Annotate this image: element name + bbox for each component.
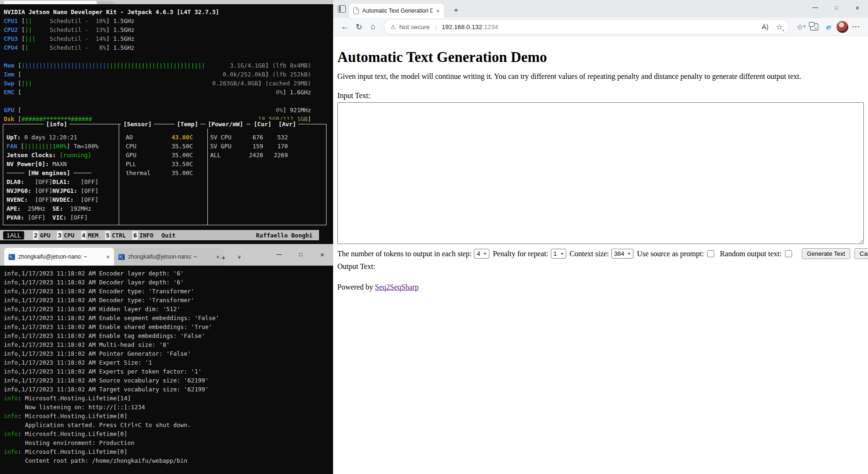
jtop-box-row: APE: 25MHz SE: 192MHz [7, 204, 99, 213]
url-port: :1234 [482, 23, 498, 31]
jtop-info-box: [info] [Sensor] [Temp] [Power/mW] ─ [Cur… [3, 124, 327, 225]
input-textarea[interactable] [337, 102, 864, 244]
log-line: info: Microsoft.Hosting.Lifetime[0] [4, 412, 333, 420]
home-icon[interactable]: ⌂ [366, 20, 380, 34]
maximize-button[interactable]: □ [290, 244, 312, 265]
jtop-line: GPU [0%] 921MHz [4, 106, 333, 115]
jtop-box-row: UpT: 0 days 12:20:21 [7, 133, 99, 142]
jtop-box-row: NV Power[0]: MAXN [7, 160, 99, 168]
log-line: info: Microsoft.Hosting.Lifetime[0] [4, 447, 333, 456]
jtop-menu-bar: 1ALL2GPU3CPU4MEM5CTRL6INFOQuit Raffaello… [0, 230, 319, 240]
tab-dropdown-button[interactable]: ∨ [237, 254, 241, 260]
add-favorite-icon[interactable]: ☆+ [776, 23, 783, 31]
terminal-tab[interactable]: >_zhongkaifu@jetson-nano: ~× [4, 248, 114, 266]
random-output-checkbox[interactable] [785, 250, 792, 257]
jtop-line: CPU3 [||| Schedutil - 14%] 1.5GHz [4, 34, 333, 43]
jtop-box-row: NVENC: [OFF]NVDEC: [OFF] [7, 195, 99, 204]
log-line: info,1/17/2023 11:18:02 AM Encoder layer… [4, 269, 333, 278]
back-icon[interactable]: ← [338, 20, 352, 34]
cancel-button[interactable]: Cancel [854, 248, 868, 259]
jtop-menu-mem[interactable]: 4MEM [81, 231, 100, 240]
jtop-box-row: PVA0: [OFF] VIC: [OFF] [7, 213, 99, 222]
security-label[interactable]: Not secure [399, 23, 430, 31]
log-line: Content root path: /home/zhongkaifu/weba… [4, 456, 333, 465]
browser-tab-strip: Automatic Text Generation Demo × + — □ × [333, 0, 868, 18]
tab-title: Automatic Text Generation Demo [362, 8, 433, 14]
context-label: Context size: [570, 250, 609, 258]
warning-icon: ⚠ [390, 23, 396, 31]
browser-window-controls: — □ × [805, 0, 868, 15]
jtop-menu-all[interactable]: 1ALL [3, 231, 24, 240]
input-text-label: Input Text: [337, 92, 864, 100]
favorites-bar-icon[interactable]: ☆≡ [793, 20, 807, 34]
jtop-line: Swp [|||0.283GB/4.0GB] (cached 29MB) [4, 79, 333, 88]
log-line: info,1/17/2023 11:18:02 AM Source vocabu… [4, 376, 333, 385]
jtop-menu-info[interactable]: 6INFO [132, 231, 155, 240]
refresh-icon[interactable]: ↻ [352, 20, 366, 34]
jtop-box-sensor: AO 43.00CCPU 35.50CGPU 35.00CPLL 33.50Ct… [126, 133, 193, 177]
minimize-button[interactable]: — [805, 0, 826, 15]
temp-col-title: [Temp] [175, 120, 200, 129]
penalty-select[interactable]: 1 [551, 249, 566, 259]
power-col-title: [Power/mW] ─ [Cur] [Avr] [206, 120, 298, 129]
jtop-window-tab[interactable] [4, 1, 97, 4]
close-button[interactable]: × [312, 244, 333, 265]
browser-toolbar: ← ↻ ⌂ ⚠ Not secure | 192.168.0.132 :1234… [333, 18, 868, 36]
jtop-line: CPU2 [|| Schedutil - 13%] 1.5GHz [4, 25, 333, 34]
jtop-box-row: PLL 33.50C [126, 160, 193, 168]
close-button[interactable]: × [847, 0, 868, 15]
jtop-line: CPU4 [| Schedutil - 8%] 1.5GHz [4, 43, 333, 52]
seq2seqsharp-link[interactable]: Seq2SeqSharp [375, 283, 419, 291]
jtop-box-row: NVJPG0: [OFF]NVJPG1: [OFF] [7, 186, 99, 195]
new-tab-button[interactable]: + [221, 253, 226, 261]
log-line: info,1/17/2023 11:18:02 AM Enable segmen… [4, 313, 333, 322]
log-line: info: Microsoft.Hosting.Lifetime[14] [4, 394, 333, 403]
jtop-menu-cpu[interactable]: 3CPU [57, 231, 76, 240]
page-description: Given input text, the model will continu… [337, 72, 864, 81]
generate-text-button[interactable]: Generate Text [802, 248, 850, 259]
terminal-icon: >_ [118, 254, 125, 260]
log-line: info,1/17/2023 11:18:02 AM Multi-head si… [4, 340, 333, 349]
close-tab-icon[interactable]: × [106, 253, 110, 260]
jtop-box-row: CPU 35.50C [126, 142, 193, 151]
web-page: Automatic Text Generation Demo Given inp… [333, 49, 868, 291]
source-prompt-checkbox[interactable] [707, 250, 714, 257]
jtop-grid: NVIDIA Jetson Nano Developer Kit - Jetpa… [0, 4, 333, 123]
source-prompt-label: Use source as prompt: [637, 250, 704, 258]
read-aloud-icon[interactable]: A) [762, 23, 769, 31]
terminal-log: info,1/17/2023 11:18:02 AM Encoder layer… [0, 266, 333, 474]
jtop-line: Mem [|||||||||||||||||||||||||||||||||||… [4, 61, 333, 70]
new-tab-button[interactable]: + [449, 4, 463, 17]
terminal-tab[interactable]: >_zhongkaifu@jetson-nano: ~× [114, 248, 224, 266]
browser-tab[interactable]: Automatic Text Generation Demo × [349, 4, 444, 18]
column-divider [207, 124, 208, 225]
close-tab-icon[interactable]: × [216, 253, 220, 260]
close-tab-icon[interactable]: × [436, 8, 440, 15]
tab-title: zhongkaifu@jetson-nano: ~ [128, 253, 213, 260]
maximize-button[interactable]: □ [826, 0, 847, 15]
jtop-menu-gpu[interactable]: 2GPU [33, 231, 52, 240]
controls-row: The number of tokens to output in each s… [337, 248, 864, 259]
address-bar[interactable]: ⚠ Not secure | 192.168.0.132 :1234 A) ☆+ [384, 19, 789, 34]
context-select[interactable]: 384 [611, 249, 634, 259]
jtop-box-row: 5V GPU 159 170 [210, 142, 288, 151]
jtop-menu-quit[interactable]: Quit [160, 231, 177, 240]
jtop-line [4, 52, 333, 61]
settings-menu-icon[interactable]: ··· [849, 20, 863, 34]
log-line: info,1/17/2023 11:18:02 AM Enable shared… [4, 322, 333, 331]
jtop-line [4, 97, 333, 106]
collections-icon[interactable] [807, 20, 821, 34]
tokens-select[interactable]: 4 [474, 249, 489, 259]
log-line: Application started. Press Ctrl+C to shu… [4, 420, 333, 429]
terminal-pane: NVIDIA Jetson Nano Developer Kit - Jetpa… [0, 0, 333, 474]
tab-actions-icon[interactable] [338, 5, 346, 13]
ie-mode-icon[interactable]: e [821, 20, 835, 34]
minimize-button[interactable]: — [268, 244, 290, 265]
log-line: info,1/17/2023 11:18:02 AM Expert Size: … [4, 358, 333, 367]
jtop-menu-ctrl[interactable]: 5CTRL [105, 231, 128, 240]
url-host: 192.168.0.132 [442, 23, 482, 31]
log-line: info,1/17/2023 11:18:02 AM Enable tag em… [4, 331, 333, 340]
log-line: info,1/17/2023 11:18:02 AM Target vocabu… [4, 385, 333, 394]
profile-avatar[interactable] [835, 20, 849, 34]
page-favicon [353, 8, 359, 14]
